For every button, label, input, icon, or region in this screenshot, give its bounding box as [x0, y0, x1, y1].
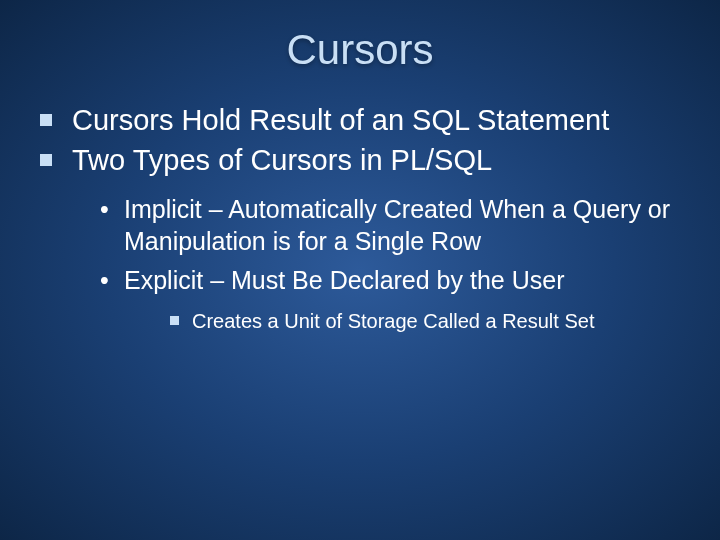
bullet-item-2: Two Types of Cursors in PL/SQL Implicit … — [40, 142, 690, 334]
bullet-list-level2: Implicit – Automatically Created When a … — [72, 193, 690, 335]
bullet-list-level1: Cursors Hold Result of an SQL Statement … — [30, 102, 690, 334]
slide-title: Cursors — [30, 26, 690, 74]
subsub-bullet-1: Creates a Unit of Storage Called a Resul… — [170, 308, 690, 334]
bullet-item-2-text: Two Types of Cursors in PL/SQL — [72, 144, 492, 176]
bullet-item-1: Cursors Hold Result of an SQL Statement — [40, 102, 690, 138]
sub-bullet-2-text: Explicit – Must Be Declared by the User — [124, 266, 564, 294]
bullet-list-level3: Creates a Unit of Storage Called a Resul… — [124, 308, 690, 334]
sub-bullet-2: Explicit – Must Be Declared by the User … — [100, 264, 690, 335]
slide-container: Cursors Cursors Hold Result of an SQL St… — [0, 0, 720, 540]
sub-bullet-1: Implicit – Automatically Created When a … — [100, 193, 690, 258]
